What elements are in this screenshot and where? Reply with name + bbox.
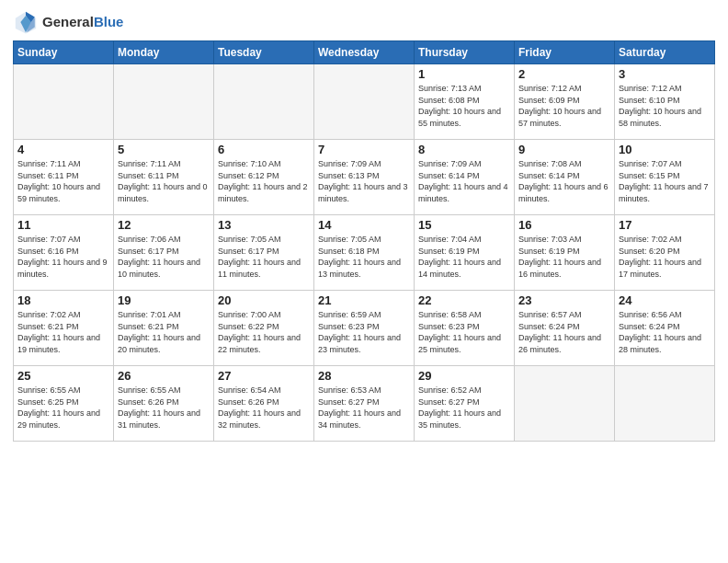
calendar-cell: 4Sunrise: 7:11 AMSunset: 6:11 PMDaylight… xyxy=(14,140,114,215)
calendar-cell: 7Sunrise: 7:09 AMSunset: 6:13 PMDaylight… xyxy=(314,140,415,215)
day-number: 7 xyxy=(318,143,410,156)
calendar-cell: 9Sunrise: 7:08 AMSunset: 6:14 PMDaylight… xyxy=(515,140,615,215)
day-header-wednesday: Wednesday xyxy=(314,41,415,64)
day-number: 26 xyxy=(118,369,210,383)
day-number: 24 xyxy=(619,293,711,307)
day-number: 8 xyxy=(418,143,510,156)
calendar-cell: 18Sunrise: 7:02 AMSunset: 6:21 PMDayligh… xyxy=(14,291,114,366)
day-number: 5 xyxy=(118,143,210,156)
day-header-tuesday: Tuesday xyxy=(214,41,314,64)
day-info: Sunrise: 7:00 AMSunset: 6:22 PMDaylight:… xyxy=(218,309,310,355)
day-number: 10 xyxy=(619,143,711,156)
calendar-cell: 12Sunrise: 7:06 AMSunset: 6:17 PMDayligh… xyxy=(114,215,214,291)
day-header-saturday: Saturday xyxy=(615,41,715,64)
calendar-cell: 13Sunrise: 7:05 AMSunset: 6:17 PMDayligh… xyxy=(214,215,314,291)
calendar-cell: 22Sunrise: 6:58 AMSunset: 6:23 PMDayligh… xyxy=(415,291,515,366)
day-info: Sunrise: 7:05 AMSunset: 6:17 PMDaylight:… xyxy=(218,234,310,280)
logo-text: GeneralBlue xyxy=(42,15,123,30)
day-info: Sunrise: 6:59 AMSunset: 6:23 PMDaylight:… xyxy=(318,309,410,355)
calendar-cell: 25Sunrise: 6:55 AMSunset: 6:25 PMDayligh… xyxy=(14,366,114,442)
day-number: 6 xyxy=(218,143,310,156)
logo: GeneralBlue xyxy=(13,9,123,35)
day-number: 28 xyxy=(318,369,410,383)
day-number: 3 xyxy=(619,67,711,81)
day-info: Sunrise: 7:08 AMSunset: 6:14 PMDaylight:… xyxy=(518,158,610,204)
calendar-cell: 2Sunrise: 7:12 AMSunset: 6:09 PMDaylight… xyxy=(515,64,615,140)
day-number: 15 xyxy=(418,218,510,232)
day-number: 25 xyxy=(17,369,109,383)
day-number: 23 xyxy=(518,293,610,307)
day-info: Sunrise: 6:55 AMSunset: 6:25 PMDaylight:… xyxy=(17,385,109,431)
day-info: Sunrise: 6:55 AMSunset: 6:26 PMDaylight:… xyxy=(118,385,210,431)
day-info: Sunrise: 7:11 AMSunset: 6:11 PMDaylight:… xyxy=(118,158,210,204)
day-header-monday: Monday xyxy=(114,41,214,64)
day-info: Sunrise: 7:09 AMSunset: 6:14 PMDaylight:… xyxy=(418,158,510,204)
day-number: 14 xyxy=(318,218,410,232)
day-info: Sunrise: 7:04 AMSunset: 6:19 PMDaylight:… xyxy=(418,234,510,280)
day-info: Sunrise: 7:01 AMSunset: 6:21 PMDaylight:… xyxy=(118,309,210,355)
calendar-cell: 10Sunrise: 7:07 AMSunset: 6:15 PMDayligh… xyxy=(615,140,715,215)
calendar-cell xyxy=(114,64,214,140)
calendar-cell xyxy=(314,64,415,140)
calendar-cell xyxy=(14,64,114,140)
calendar-cell: 26Sunrise: 6:55 AMSunset: 6:26 PMDayligh… xyxy=(114,366,214,442)
day-info: Sunrise: 7:09 AMSunset: 6:13 PMDaylight:… xyxy=(318,158,410,204)
calendar-cell: 8Sunrise: 7:09 AMSunset: 6:14 PMDaylight… xyxy=(415,140,515,215)
day-info: Sunrise: 7:07 AMSunset: 6:15 PMDaylight:… xyxy=(619,158,711,204)
day-info: Sunrise: 6:57 AMSunset: 6:24 PMDaylight:… xyxy=(518,309,610,355)
calendar-table: SundayMondayTuesdayWednesdayThursdayFrid… xyxy=(13,40,715,442)
day-header-sunday: Sunday xyxy=(14,41,114,64)
calendar-cell: 16Sunrise: 7:03 AMSunset: 6:19 PMDayligh… xyxy=(515,215,615,291)
day-info: Sunrise: 7:10 AMSunset: 6:12 PMDaylight:… xyxy=(218,158,310,204)
logo-icon xyxy=(13,9,39,35)
day-number: 20 xyxy=(218,293,310,307)
day-number: 17 xyxy=(619,218,711,232)
calendar-cell: 3Sunrise: 7:12 AMSunset: 6:10 PMDaylight… xyxy=(615,64,715,140)
calendar-cell: 28Sunrise: 6:53 AMSunset: 6:27 PMDayligh… xyxy=(314,366,415,442)
day-info: Sunrise: 7:06 AMSunset: 6:17 PMDaylight:… xyxy=(118,234,210,280)
day-number: 12 xyxy=(118,218,210,232)
day-number: 1 xyxy=(418,67,510,81)
calendar-cell: 6Sunrise: 7:10 AMSunset: 6:12 PMDaylight… xyxy=(214,140,314,215)
calendar-cell: 27Sunrise: 6:54 AMSunset: 6:26 PMDayligh… xyxy=(214,366,314,442)
day-info: Sunrise: 6:58 AMSunset: 6:23 PMDaylight:… xyxy=(418,309,510,355)
day-number: 29 xyxy=(418,369,510,383)
calendar-cell: 29Sunrise: 6:52 AMSunset: 6:27 PMDayligh… xyxy=(415,366,515,442)
calendar-cell: 17Sunrise: 7:02 AMSunset: 6:20 PMDayligh… xyxy=(615,215,715,291)
day-number: 22 xyxy=(418,293,510,307)
day-info: Sunrise: 7:12 AMSunset: 6:10 PMDaylight:… xyxy=(619,83,711,129)
day-info: Sunrise: 7:03 AMSunset: 6:19 PMDaylight:… xyxy=(518,234,610,280)
day-info: Sunrise: 6:56 AMSunset: 6:24 PMDaylight:… xyxy=(619,309,711,355)
day-number: 21 xyxy=(318,293,410,307)
day-info: Sunrise: 6:54 AMSunset: 6:26 PMDaylight:… xyxy=(218,385,310,431)
day-info: Sunrise: 7:13 AMSunset: 6:08 PMDaylight:… xyxy=(418,83,510,129)
calendar-cell: 19Sunrise: 7:01 AMSunset: 6:21 PMDayligh… xyxy=(114,291,214,366)
calendar-cell: 1Sunrise: 7:13 AMSunset: 6:08 PMDaylight… xyxy=(415,64,515,140)
day-header-thursday: Thursday xyxy=(415,41,515,64)
calendar-cell: 21Sunrise: 6:59 AMSunset: 6:23 PMDayligh… xyxy=(314,291,415,366)
calendar-cell: 5Sunrise: 7:11 AMSunset: 6:11 PMDaylight… xyxy=(114,140,214,215)
calendar-cell xyxy=(615,366,715,442)
day-info: Sunrise: 6:53 AMSunset: 6:27 PMDaylight:… xyxy=(318,385,410,431)
calendar-cell xyxy=(515,366,615,442)
day-number: 4 xyxy=(17,143,109,156)
day-number: 2 xyxy=(518,67,610,81)
page-header: GeneralBlue xyxy=(13,9,715,35)
day-info: Sunrise: 7:11 AMSunset: 6:11 PMDaylight:… xyxy=(17,158,109,204)
calendar-cell: 15Sunrise: 7:04 AMSunset: 6:19 PMDayligh… xyxy=(415,215,515,291)
day-number: 13 xyxy=(218,218,310,232)
calendar-cell: 23Sunrise: 6:57 AMSunset: 6:24 PMDayligh… xyxy=(515,291,615,366)
day-info: Sunrise: 7:07 AMSunset: 6:16 PMDaylight:… xyxy=(17,234,109,280)
calendar-cell: 24Sunrise: 6:56 AMSunset: 6:24 PMDayligh… xyxy=(615,291,715,366)
day-number: 9 xyxy=(518,143,610,156)
day-info: Sunrise: 6:52 AMSunset: 6:27 PMDaylight:… xyxy=(418,385,510,431)
day-number: 18 xyxy=(17,293,109,307)
calendar-cell xyxy=(214,64,314,140)
day-header-friday: Friday xyxy=(515,41,615,64)
calendar-cell: 14Sunrise: 7:05 AMSunset: 6:18 PMDayligh… xyxy=(314,215,415,291)
day-number: 19 xyxy=(118,293,210,307)
calendar-cell: 11Sunrise: 7:07 AMSunset: 6:16 PMDayligh… xyxy=(14,215,114,291)
calendar-cell: 20Sunrise: 7:00 AMSunset: 6:22 PMDayligh… xyxy=(214,291,314,366)
day-number: 27 xyxy=(218,369,310,383)
day-info: Sunrise: 7:02 AMSunset: 6:21 PMDaylight:… xyxy=(17,309,109,355)
